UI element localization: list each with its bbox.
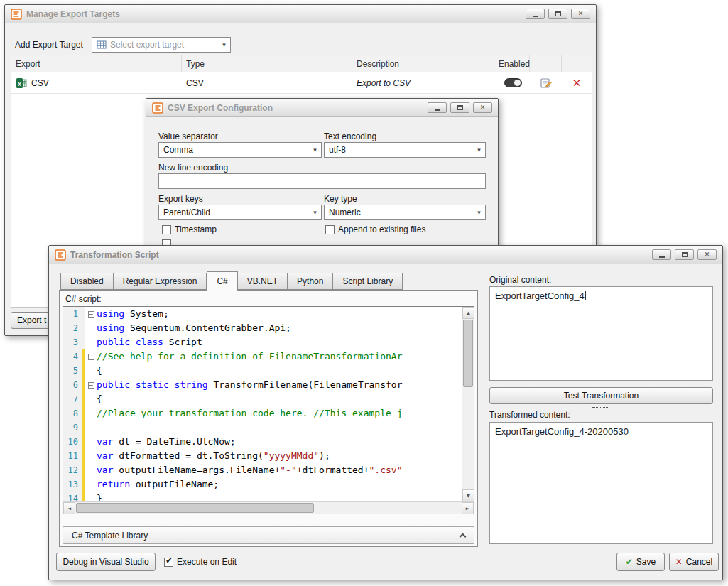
save-button[interactable]: ✔ Save [616,553,665,571]
value-separator-dropdown[interactable]: Comma ▾ [158,142,322,158]
script-tabs: Disabled Regular Expression C# VB.NET Py… [60,271,403,290]
test-transformation-button[interactable]: Test Transformation [489,387,713,404]
script-window-titlebar[interactable]: Transformation Script ✕ [49,246,722,264]
horizontal-scroll-thumb[interactable] [76,503,314,513]
collapse-region-icon[interactable]: – [88,354,94,360]
chevron-up-icon [460,533,467,540]
code-line[interactable]: 4–//See help for a definition of Filenam… [63,349,462,364]
minimize-button[interactable] [652,249,671,260]
close-button[interactable]: ✕ [473,102,492,113]
maximize-button[interactable] [450,102,469,113]
scroll-up-icon[interactable]: ▲ [462,307,474,319]
edit-icon[interactable] [540,77,552,89]
manage-window-titlebar[interactable]: Manage Export Targets ✕ [5,5,596,23]
column-header-export[interactable]: Export [11,55,182,72]
line-number: 10 [63,435,82,449]
collapse-region-icon[interactable]: – [88,311,94,318]
minimize-button[interactable] [526,9,545,19]
code-line[interactable]: 3public class Script [63,335,462,349]
add-export-target-label: Add Export Target [15,40,83,50]
code-line[interactable]: 9 [63,420,462,435]
text-encoding-dropdown[interactable]: utf-8 ▾ [324,142,486,158]
template-library-label: C# Template Library [72,531,148,541]
table-row[interactable]: x CSV CSV Export to CSV ✕ [11,72,592,94]
horizontal-scrollbar[interactable]: ◄ ► [63,501,474,514]
new-line-encoding-input[interactable] [158,173,486,189]
line-number: 4 [63,349,82,364]
code-line[interactable]: 14} [63,492,462,501]
code-text: public static string TransformFilename(F… [97,378,462,392]
key-type-dropdown[interactable]: Numeric ▾ [324,205,486,220]
maximize-icon [555,11,561,16]
template-library-expander[interactable]: C# Template Library [63,526,474,544]
code-line[interactable]: 2using Sequentum.ContentGrabber.Api; [63,321,462,335]
maximize-button[interactable] [548,9,567,19]
code-line[interactable]: 7{ [63,392,462,406]
minimize-icon [659,256,665,258]
close-button[interactable]: ✕ [697,249,717,260]
vertical-scroll-thumb[interactable] [463,320,473,387]
scroll-right-icon[interactable]: ► [462,502,474,514]
scroll-down-icon[interactable]: ▼ [462,489,474,501]
timestamp-checkbox[interactable]: Timestamp [162,224,217,234]
code-editor[interactable]: 1–using System;2using Sequentum.ContentG… [63,306,474,514]
maximize-button[interactable] [675,249,694,260]
close-button[interactable]: ✕ [571,9,590,19]
code-line[interactable]: 10var dt = DateTime.UtcNow; [63,435,462,449]
app-logo-icon [11,9,22,20]
csv-window-titlebar[interactable]: CSV Export Configuration ✕ [146,99,498,117]
column-header-enabled[interactable]: Enabled [494,55,530,72]
line-number: 8 [63,406,82,420]
code-text: } [97,492,462,501]
outline-gutter [85,477,97,492]
window-title: CSV Export Configuration [168,103,423,113]
tab-script-library[interactable]: Script Library [333,273,403,290]
tab-regular-expression[interactable]: Regular Expression [114,273,207,290]
append-checkbox[interactable]: Append to existing files [325,224,425,234]
code-line[interactable]: 12var outputFileName=args.FileName+"-"+d… [63,463,462,477]
csv-file-icon: x [16,77,27,89]
code-text: using Sequentum.ContentGrabber.Api; [97,321,462,335]
original-content-box[interactable]: ExportTargetConfig_4 [489,286,713,381]
code-line[interactable]: 11var dtFormatted = dt.ToString("yyyyMMd… [63,449,462,463]
code-line[interactable]: 1–using System; [63,307,462,321]
delete-icon[interactable]: ✕ [572,77,582,89]
minimize-button[interactable] [428,102,447,113]
outline-gutter [85,321,97,335]
tab-disabled[interactable]: Disabled [60,273,114,290]
enabled-toggle[interactable] [504,78,522,87]
code-line[interactable]: 8//Place your transformation code here. … [63,406,462,420]
append-label: Append to existing files [338,224,425,234]
line-number: 5 [63,364,82,378]
debug-in-visual-studio-button[interactable]: Debug in Visual Studio [56,553,156,571]
tab-python[interactable]: Python [288,273,333,290]
scroll-left-icon[interactable]: ◄ [63,502,75,514]
close-icon: ✕ [578,11,584,17]
column-header-edit [530,55,562,72]
save-label: Save [636,557,656,567]
execute-on-edit-checkbox[interactable]: ✔ Execute on Edit [164,557,237,567]
collapse-region-icon[interactable]: – [88,382,94,389]
code-text: var dt = DateTime.UtcNow; [97,435,462,449]
outline-gutter [85,449,97,463]
text-cursor [585,291,586,300]
csharp-script-label: C# script: [65,294,102,304]
column-header-description[interactable]: Description [352,55,494,72]
chevron-down-icon: ▾ [473,209,485,216]
tab-vbnet[interactable]: VB.NET [238,273,288,290]
code-line[interactable]: 5{ [63,364,462,378]
line-number: 7 [63,392,82,406]
select-export-target-dropdown[interactable]: Select export target ▾ [92,37,231,53]
code-text: //Place your transformation code here. /… [97,406,462,420]
transformed-content-box[interactable]: ExportTargetConfig_4-20200530 [489,422,713,544]
column-header-delete [562,55,592,72]
code-line[interactable]: 6–public static string TransformFilename… [63,378,462,392]
code-text: var outputFileName=args.FileName+"-"+dtF… [97,463,462,477]
vertical-scrollbar[interactable]: ▲ ▼ [462,307,474,501]
check-icon: ✔ [165,555,173,565]
column-header-type[interactable]: Type [182,55,352,72]
export-keys-dropdown[interactable]: Parent/Child ▾ [158,205,322,220]
tab-csharp[interactable]: C# [207,271,237,291]
code-line[interactable]: 13return outputFileName; [63,477,462,492]
cancel-button[interactable]: ✕ Cancel [669,553,719,571]
